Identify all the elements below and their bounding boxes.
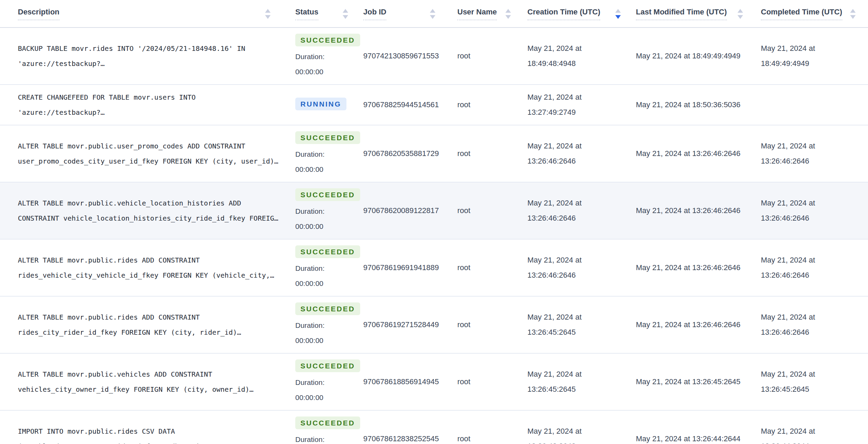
column-header-creation-time-utc[interactable]: Creation Time (UTC) bbox=[523, 0, 633, 27]
sort-arrow-up-icon[interactable] bbox=[738, 9, 743, 13]
column-header-label[interactable]: Status bbox=[295, 8, 318, 20]
jobs-table: Description Status Job ID User Name bbox=[0, 0, 868, 444]
job-id: 970678612838252545 bbox=[361, 410, 448, 444]
sort-arrow-down-icon[interactable] bbox=[430, 15, 435, 19]
job-id: 970742130859671553 bbox=[361, 27, 448, 85]
job-status-cell: SUCCEEDED Duration: 00:00:00 bbox=[283, 27, 361, 85]
sort-icon[interactable] bbox=[738, 9, 743, 19]
job-id: 970678620089122817 bbox=[361, 182, 448, 239]
job-description-link[interactable]: ALTER TABLE movr.public.rides ADD CONSTR… bbox=[18, 313, 241, 336]
job-description-cell: ALTER TABLE movr.public.user_promo_codes… bbox=[0, 125, 283, 182]
completed-time: May 21, 2024 at 13:26:45:2645 bbox=[755, 353, 868, 410]
column-header-last-modified-time-utc[interactable]: Last Modified Time (UTC) bbox=[633, 0, 755, 27]
status-badge: SUCCEEDED bbox=[295, 302, 360, 315]
job-duration: Duration: 00:00:00 bbox=[295, 49, 352, 79]
column-header-label[interactable]: Completed Time (UTC) bbox=[761, 8, 842, 20]
duration-label: Duration: bbox=[295, 318, 352, 333]
job-id: 970678620535881729 bbox=[361, 125, 448, 182]
job-description-cell: ALTER TABLE movr.public.rides ADD CONSTR… bbox=[0, 239, 283, 296]
sort-icon[interactable] bbox=[615, 9, 621, 19]
column-header-description[interactable]: Description bbox=[0, 0, 283, 27]
column-header-label[interactable]: User Name bbox=[457, 8, 497, 20]
duration-label: Duration: bbox=[295, 204, 352, 219]
job-description-cell: BACKUP TABLE movr.rides INTO '/2024/05/2… bbox=[0, 27, 283, 85]
job-description-link[interactable]: ALTER TABLE movr.public.user_promo_codes… bbox=[18, 142, 278, 165]
user-name: root bbox=[448, 85, 523, 125]
job-status-cell: SUCCEEDED Duration: 00:00:00 bbox=[283, 410, 361, 444]
duration-value: 00:00:00 bbox=[295, 219, 352, 234]
table-row: ALTER TABLE movr.public.vehicle_location… bbox=[0, 182, 868, 239]
job-id: 970678618856914945 bbox=[361, 353, 448, 410]
job-description-link[interactable]: BACKUP TABLE movr.rides INTO '/2024/05/2… bbox=[18, 44, 245, 68]
sort-arrow-down-icon[interactable] bbox=[615, 15, 621, 19]
job-duration: Duration: 00:00:00 bbox=[295, 147, 352, 177]
job-description-cell: ALTER TABLE movr.public.vehicles ADD CON… bbox=[0, 353, 283, 410]
job-status-cell: SUCCEEDED Duration: 00:00:00 bbox=[283, 182, 361, 239]
column-header-job-id[interactable]: Job ID bbox=[361, 0, 448, 27]
job-duration: Duration: 00:00:00 bbox=[295, 375, 352, 405]
sort-arrow-up-icon[interactable] bbox=[505, 9, 511, 13]
job-status-cell: SUCCEEDED Duration: 00:00:00 bbox=[283, 296, 361, 353]
sort-icon[interactable] bbox=[265, 9, 271, 19]
status-badge: SUCCEEDED bbox=[295, 359, 360, 372]
user-name: root bbox=[448, 182, 523, 239]
sort-arrow-up-icon[interactable] bbox=[265, 9, 271, 13]
job-description-cell: CREATE CHANGEFEED FOR TABLE movr.users I… bbox=[0, 85, 283, 125]
job-description-cell: ALTER TABLE movr.public.vehicle_location… bbox=[0, 182, 283, 239]
sort-arrow-up-icon[interactable] bbox=[343, 9, 348, 13]
last-modified-time: May 21, 2024 at 13:26:45:2645 bbox=[633, 353, 755, 410]
table-row: BACKUP TABLE movr.rides INTO '/2024/05/2… bbox=[0, 27, 868, 85]
sort-arrow-down-icon[interactable] bbox=[505, 15, 511, 19]
job-status-cell: SUCCEEDED Duration: 00:00:00 bbox=[283, 125, 361, 182]
duration-value: 00:00:00 bbox=[295, 333, 352, 348]
sort-arrow-down-icon[interactable] bbox=[850, 15, 856, 19]
duration-value: 00:00:00 bbox=[295, 64, 352, 79]
completed-time: May 21, 2024 at 13:26:46:2646 bbox=[755, 239, 868, 296]
creation-time: May 21, 2024 at 13:26:45:2645 bbox=[523, 296, 633, 353]
status-badge: SUCCEEDED bbox=[295, 188, 360, 201]
user-name: root bbox=[448, 410, 523, 444]
user-name: root bbox=[448, 27, 523, 85]
duration-value: 00:00:00 bbox=[295, 162, 352, 177]
creation-time: May 21, 2024 at 18:49:48:4948 bbox=[523, 27, 633, 85]
column-header-completed-time-utc[interactable]: Completed Time (UTC) bbox=[755, 0, 868, 27]
user-name: root bbox=[448, 353, 523, 410]
table-row: CREATE CHANGEFEED FOR TABLE movr.users I… bbox=[0, 85, 868, 125]
sort-icon[interactable] bbox=[343, 9, 348, 19]
sort-arrow-up-icon[interactable] bbox=[850, 9, 856, 13]
sort-arrow-down-icon[interactable] bbox=[265, 15, 271, 19]
job-duration: Duration: 00:00:00 bbox=[295, 318, 352, 348]
duration-value: 00:00:00 bbox=[295, 276, 352, 291]
sort-arrow-down-icon[interactable] bbox=[738, 15, 743, 19]
job-status-cell: RUNNING bbox=[283, 85, 361, 125]
column-header-status[interactable]: Status bbox=[283, 0, 361, 27]
creation-time: May 21, 2024 at 13:26:46:2646 bbox=[523, 125, 633, 182]
job-description-link[interactable]: ALTER TABLE movr.public.vehicle_location… bbox=[18, 199, 278, 222]
completed-time: May 21, 2024 at 13:26:46:2646 bbox=[755, 125, 868, 182]
completed-time: May 21, 2024 at 18:49:49:4949 bbox=[755, 27, 868, 85]
column-header-user-name[interactable]: User Name bbox=[448, 0, 523, 27]
job-description-cell: ALTER TABLE movr.public.rides ADD CONSTR… bbox=[0, 296, 283, 353]
job-duration: Duration: 00:00:00 bbox=[295, 432, 352, 444]
sort-icon[interactable] bbox=[850, 9, 856, 19]
sort-arrow-up-icon[interactable] bbox=[430, 9, 435, 13]
column-header-label[interactable]: Creation Time (UTC) bbox=[527, 8, 600, 20]
sort-arrow-up-icon[interactable] bbox=[615, 9, 621, 13]
sort-icon[interactable] bbox=[505, 9, 511, 19]
job-description-link[interactable]: ALTER TABLE movr.public.vehicles ADD CON… bbox=[18, 370, 253, 393]
table-row: ALTER TABLE movr.public.rides ADD CONSTR… bbox=[0, 296, 868, 353]
sort-icon[interactable] bbox=[430, 9, 435, 19]
job-status-cell: SUCCEEDED Duration: 00:00:00 bbox=[283, 353, 361, 410]
column-header-label[interactable]: Last Modified Time (UTC) bbox=[636, 8, 727, 20]
duration-label: Duration: bbox=[295, 432, 352, 444]
creation-time: May 21, 2024 at 13:26:43:2643 bbox=[523, 410, 633, 444]
duration-value: 00:00:00 bbox=[295, 390, 352, 405]
job-description-link[interactable]: IMPORT INTO movr.public.rides CSV DATA (… bbox=[18, 427, 216, 444]
column-header-label[interactable]: Job ID bbox=[363, 8, 386, 20]
job-description-link[interactable]: CREATE CHANGEFEED FOR TABLE movr.users I… bbox=[18, 93, 196, 116]
user-name: root bbox=[448, 239, 523, 296]
column-header-label[interactable]: Description bbox=[18, 8, 59, 20]
sort-arrow-down-icon[interactable] bbox=[343, 15, 348, 19]
job-duration: Duration: 00:00:00 bbox=[295, 204, 352, 234]
job-description-link[interactable]: ALTER TABLE movr.public.rides ADD CONSTR… bbox=[18, 256, 274, 279]
